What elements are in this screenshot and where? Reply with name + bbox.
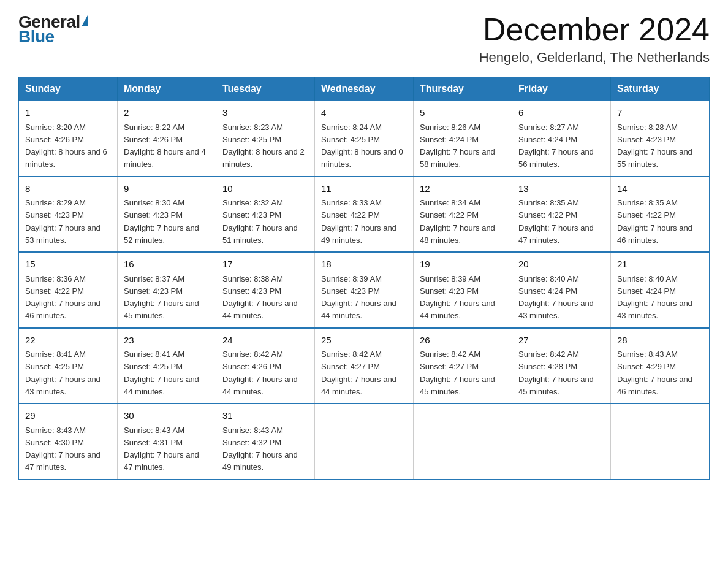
day-number: 30 [124, 409, 210, 423]
calendar-cell: 22Sunrise: 8:41 AMSunset: 4:25 PMDayligh… [19, 328, 118, 404]
logo-blue-text: Blue [18, 27, 55, 47]
calendar-cell: 7Sunrise: 8:28 AMSunset: 4:23 PMDaylight… [611, 101, 710, 177]
day-number: 17 [222, 258, 308, 272]
calendar-cell: 25Sunrise: 8:42 AMSunset: 4:27 PMDayligh… [315, 328, 414, 404]
day-info: Sunrise: 8:27 AMSunset: 4:24 PMDaylight:… [518, 123, 594, 169]
calendar-cell: 18Sunrise: 8:39 AMSunset: 4:23 PMDayligh… [315, 252, 414, 328]
day-info: Sunrise: 8:28 AMSunset: 4:23 PMDaylight:… [617, 123, 692, 169]
day-number: 15 [25, 258, 111, 272]
day-number: 7 [617, 106, 703, 120]
calendar-cell: 16Sunrise: 8:37 AMSunset: 4:23 PMDayligh… [118, 252, 216, 328]
day-info: Sunrise: 8:29 AMSunset: 4:23 PMDaylight:… [25, 198, 100, 245]
day-number: 25 [321, 334, 407, 348]
header-saturday: Saturday [611, 77, 710, 101]
calendar-cell [611, 404, 710, 480]
location-subtitle: Hengelo, Gelderland, The Netherlands [479, 50, 710, 66]
calendar-cell: 9Sunrise: 8:30 AMSunset: 4:23 PMDaylight… [118, 177, 216, 253]
calendar-cell: 13Sunrise: 8:35 AMSunset: 4:22 PMDayligh… [512, 177, 611, 253]
calendar-week-row: 29Sunrise: 8:43 AMSunset: 4:30 PMDayligh… [19, 404, 710, 480]
calendar-cell [315, 404, 414, 480]
day-info: Sunrise: 8:33 AMSunset: 4:22 PMDaylight:… [321, 198, 396, 245]
calendar-cell [512, 404, 611, 480]
calendar-cell: 11Sunrise: 8:33 AMSunset: 4:22 PMDayligh… [315, 177, 414, 253]
day-number: 6 [518, 106, 604, 120]
day-info: Sunrise: 8:35 AMSunset: 4:22 PMDaylight:… [617, 198, 692, 245]
day-number: 12 [420, 182, 506, 196]
day-info: Sunrise: 8:42 AMSunset: 4:27 PMDaylight:… [420, 350, 495, 396]
day-number: 26 [420, 334, 506, 348]
calendar-header-row: SundayMondayTuesdayWednesdayThursdayFrid… [19, 77, 710, 101]
day-number: 9 [124, 182, 210, 196]
day-number: 31 [222, 409, 308, 423]
calendar-week-row: 1Sunrise: 8:20 AMSunset: 4:26 PMDaylight… [19, 101, 710, 177]
header-monday: Monday [118, 77, 216, 101]
day-info: Sunrise: 8:26 AMSunset: 4:24 PMDaylight:… [420, 123, 495, 169]
day-info: Sunrise: 8:42 AMSunset: 4:26 PMDaylight:… [222, 350, 298, 396]
day-info: Sunrise: 8:43 AMSunset: 4:29 PMDaylight:… [617, 350, 692, 396]
calendar-table: SundayMondayTuesdayWednesdayThursdayFrid… [18, 77, 710, 480]
calendar-cell: 8Sunrise: 8:29 AMSunset: 4:23 PMDaylight… [19, 177, 118, 253]
day-info: Sunrise: 8:43 AMSunset: 4:30 PMDaylight:… [25, 426, 100, 472]
calendar-week-row: 22Sunrise: 8:41 AMSunset: 4:25 PMDayligh… [19, 328, 710, 404]
day-number: 10 [222, 182, 308, 196]
day-info: Sunrise: 8:39 AMSunset: 4:23 PMDaylight:… [420, 274, 495, 321]
day-number: 8 [25, 182, 111, 196]
day-number: 28 [617, 334, 703, 348]
day-info: Sunrise: 8:36 AMSunset: 4:22 PMDaylight:… [25, 274, 100, 321]
header-thursday: Thursday [414, 77, 512, 101]
header-friday: Friday [512, 77, 611, 101]
calendar-cell: 21Sunrise: 8:40 AMSunset: 4:24 PMDayligh… [611, 252, 710, 328]
calendar-cell: 31Sunrise: 8:43 AMSunset: 4:32 PMDayligh… [216, 404, 315, 480]
day-number: 22 [25, 334, 111, 348]
day-number: 18 [321, 258, 407, 272]
calendar-week-row: 15Sunrise: 8:36 AMSunset: 4:22 PMDayligh… [19, 252, 710, 328]
day-number: 19 [420, 258, 506, 272]
calendar-cell: 3Sunrise: 8:23 AMSunset: 4:25 PMDaylight… [216, 101, 315, 177]
day-info: Sunrise: 8:35 AMSunset: 4:22 PMDaylight:… [518, 198, 594, 245]
day-info: Sunrise: 8:43 AMSunset: 4:32 PMDaylight:… [222, 426, 298, 472]
day-info: Sunrise: 8:38 AMSunset: 4:23 PMDaylight:… [222, 274, 298, 321]
calendar-cell: 4Sunrise: 8:24 AMSunset: 4:25 PMDaylight… [315, 101, 414, 177]
day-number: 13 [518, 182, 604, 196]
day-info: Sunrise: 8:41 AMSunset: 4:25 PMDaylight:… [124, 350, 199, 396]
day-info: Sunrise: 8:42 AMSunset: 4:27 PMDaylight:… [321, 350, 396, 396]
day-info: Sunrise: 8:37 AMSunset: 4:23 PMDaylight:… [124, 274, 199, 321]
calendar-cell: 1Sunrise: 8:20 AMSunset: 4:26 PMDaylight… [19, 101, 118, 177]
day-info: Sunrise: 8:41 AMSunset: 4:25 PMDaylight:… [25, 350, 100, 396]
day-number: 29 [25, 409, 111, 423]
day-info: Sunrise: 8:24 AMSunset: 4:25 PMDaylight:… [321, 123, 403, 169]
day-info: Sunrise: 8:42 AMSunset: 4:28 PMDaylight:… [518, 350, 594, 396]
day-number: 5 [420, 106, 506, 120]
calendar-cell: 5Sunrise: 8:26 AMSunset: 4:24 PMDaylight… [414, 101, 512, 177]
logo-triangle-icon [82, 15, 88, 26]
day-info: Sunrise: 8:22 AMSunset: 4:26 PMDaylight:… [124, 123, 206, 169]
day-number: 1 [25, 106, 111, 120]
day-info: Sunrise: 8:30 AMSunset: 4:23 PMDaylight:… [124, 198, 199, 245]
day-number: 20 [518, 258, 604, 272]
month-year-title: December 2024 [479, 12, 710, 47]
calendar-cell: 17Sunrise: 8:38 AMSunset: 4:23 PMDayligh… [216, 252, 315, 328]
calendar-cell: 24Sunrise: 8:42 AMSunset: 4:26 PMDayligh… [216, 328, 315, 404]
calendar-cell: 20Sunrise: 8:40 AMSunset: 4:24 PMDayligh… [512, 252, 611, 328]
calendar-cell: 30Sunrise: 8:43 AMSunset: 4:31 PMDayligh… [118, 404, 216, 480]
calendar-cell: 29Sunrise: 8:43 AMSunset: 4:30 PMDayligh… [19, 404, 118, 480]
day-info: Sunrise: 8:40 AMSunset: 4:24 PMDaylight:… [617, 274, 692, 321]
day-info: Sunrise: 8:20 AMSunset: 4:26 PMDaylight:… [25, 123, 107, 169]
calendar-cell: 6Sunrise: 8:27 AMSunset: 4:24 PMDaylight… [512, 101, 611, 177]
day-number: 11 [321, 182, 407, 196]
day-number: 21 [617, 258, 703, 272]
calendar-cell: 10Sunrise: 8:32 AMSunset: 4:23 PMDayligh… [216, 177, 315, 253]
calendar-cell: 27Sunrise: 8:42 AMSunset: 4:28 PMDayligh… [512, 328, 611, 404]
day-info: Sunrise: 8:43 AMSunset: 4:31 PMDaylight:… [124, 426, 199, 472]
day-info: Sunrise: 8:32 AMSunset: 4:23 PMDaylight:… [222, 198, 298, 245]
header-tuesday: Tuesday [216, 77, 315, 101]
day-number: 4 [321, 106, 407, 120]
calendar-cell: 19Sunrise: 8:39 AMSunset: 4:23 PMDayligh… [414, 252, 512, 328]
day-number: 16 [124, 258, 210, 272]
header-wednesday: Wednesday [315, 77, 414, 101]
page-header: General Blue December 2024 Hengelo, Geld… [18, 12, 710, 66]
day-number: 3 [222, 106, 308, 120]
header-sunday: Sunday [19, 77, 118, 101]
day-number: 14 [617, 182, 703, 196]
calendar-cell: 2Sunrise: 8:22 AMSunset: 4:26 PMDaylight… [118, 101, 216, 177]
